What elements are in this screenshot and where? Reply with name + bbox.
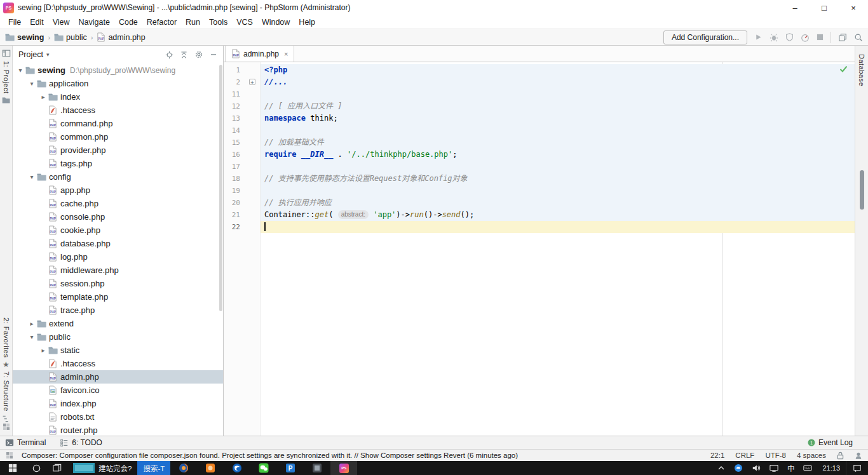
- project-tree-scrollbar[interactable]: [219, 65, 222, 311]
- firefox-button[interactable]: [170, 461, 197, 475]
- tree-row-application[interactable]: ▾application: [13, 77, 223, 90]
- project-panel-title[interactable]: Project: [18, 50, 43, 59]
- tree-row-public[interactable]: ▾public: [13, 330, 223, 344]
- profiler-icon[interactable]: [801, 33, 810, 42]
- structure-icon[interactable]: [2, 415, 10, 423]
- tree-row-.htaccess[interactable]: .htaccess: [13, 104, 223, 117]
- app-dark-button[interactable]: [304, 461, 330, 475]
- maximize-button[interactable]: □: [810, 0, 839, 15]
- app-orange-button[interactable]: [197, 461, 224, 475]
- tree-row-middleware.php[interactable]: PHPmiddleware.php: [13, 264, 223, 277]
- tray-ime[interactable]: 中: [783, 461, 799, 475]
- debug-icon[interactable]: [770, 33, 778, 42]
- code-line-19[interactable]: [261, 185, 855, 197]
- code-line-15[interactable]: // 加载基础文件: [261, 137, 855, 149]
- tree-row-favicon.ico[interactable]: favicon.ico: [13, 384, 223, 397]
- code-line-1[interactable]: <?php: [261, 64, 855, 76]
- menu-view[interactable]: View: [48, 17, 74, 28]
- chevron-down-icon[interactable]: ▾: [17, 67, 24, 74]
- fold-expand-icon[interactable]: +: [249, 79, 255, 85]
- menu-help[interactable]: Help: [294, 17, 320, 28]
- chevron-right-icon[interactable]: ▸: [39, 347, 47, 354]
- caret-position-widget[interactable]: 22:1: [710, 452, 724, 459]
- code-line-22[interactable]: [261, 221, 855, 233]
- tree-row-admin.php[interactable]: PHPadmin.php: [13, 370, 223, 384]
- wechat-button[interactable]: [250, 461, 277, 475]
- code-line-16[interactable]: require __DIR__ . '/../thinkphp/base.php…: [261, 149, 855, 161]
- event-log-button[interactable]: 1Event Log: [808, 438, 853, 447]
- tree-row-index.php[interactable]: PHPindex.php: [13, 397, 223, 410]
- tree-row-session.php[interactable]: PHPsession.php: [13, 277, 223, 290]
- code-line-17[interactable]: [261, 161, 855, 173]
- tree-row-trace.php[interactable]: PHPtrace.php: [13, 304, 223, 317]
- switcher-icon[interactable]: [3, 423, 10, 431]
- tab-admin-php[interactable]: PHP admin.php ×: [225, 46, 294, 62]
- gutter-line-17[interactable]: 17: [224, 161, 261, 173]
- tree-row-index[interactable]: ▸index: [13, 90, 223, 104]
- chevron-right-icon[interactable]: ▸: [28, 320, 36, 327]
- window-button-2[interactable]: 搜索-T: [137, 461, 170, 475]
- menu-navigate[interactable]: Navigate: [74, 17, 114, 28]
- search-icon[interactable]: [854, 33, 863, 42]
- minimize-button[interactable]: –: [780, 0, 810, 15]
- thunderbird-button[interactable]: [224, 461, 250, 475]
- gutter-line-19[interactable]: 19: [224, 185, 261, 197]
- menu-code[interactable]: Code: [114, 17, 142, 28]
- project-tool-icon[interactable]: [2, 49, 11, 58]
- tree-row-log.php[interactable]: PHPlog.php: [13, 250, 223, 264]
- code-line-20[interactable]: // 执行应用并响应: [261, 197, 855, 209]
- tray-volume[interactable]: [747, 461, 765, 475]
- tool-button-project[interactable]: 1: Project: [3, 61, 10, 93]
- tree-row-router.php[interactable]: PHProuter.php: [13, 424, 223, 436]
- menu-refactor[interactable]: Refactor: [142, 17, 181, 28]
- task-view-button[interactable]: [47, 461, 67, 475]
- gutter-line-16[interactable]: 16: [224, 149, 261, 161]
- gutter-line-15[interactable]: 15: [224, 137, 261, 149]
- code-line-12[interactable]: // [ 应用入口文件 ]: [261, 100, 855, 112]
- gutter-line-1[interactable]: 1: [224, 64, 261, 76]
- tree-row-app.php[interactable]: PHPapp.php: [13, 184, 223, 197]
- tree-row-cookie.php[interactable]: PHPcookie.php: [13, 224, 223, 237]
- chevron-down-icon[interactable]: ▾: [28, 173, 36, 180]
- breadcrumb-item-public[interactable]: public: [54, 33, 87, 42]
- tool-button-database[interactable]: Database: [858, 54, 865, 86]
- gutter-line-20[interactable]: 20: [224, 197, 261, 209]
- tool-window-button-terminal[interactable]: Terminal: [5, 438, 46, 447]
- tray-expand[interactable]: [713, 461, 729, 475]
- coverage-icon[interactable]: [785, 33, 794, 41]
- code-line-21[interactable]: Container::get( abstract: 'app')->run()-…: [261, 209, 855, 221]
- menu-run[interactable]: Run: [181, 17, 205, 28]
- tool-window-switcher-icon[interactable]: [6, 452, 13, 459]
- phpstorm-button[interactable]: PS: [330, 461, 357, 475]
- menu-edit[interactable]: Edit: [25, 17, 48, 28]
- tool-button-favorites[interactable]: 2: Favorites: [3, 318, 10, 358]
- search-button[interactable]: [25, 461, 47, 475]
- chevron-right-icon[interactable]: ▸: [39, 93, 47, 100]
- menu-tools[interactable]: Tools: [205, 17, 232, 28]
- menu-vcs[interactable]: VCS: [232, 17, 257, 28]
- locate-icon[interactable]: [165, 51, 173, 59]
- notification-center-button[interactable]: [846, 461, 868, 475]
- hector-icon[interactable]: [855, 452, 862, 460]
- tray-keyboard[interactable]: [799, 461, 817, 475]
- gutter-line-14[interactable]: 14: [224, 124, 261, 137]
- tray-cloud-app[interactable]: [729, 461, 747, 475]
- gutter-line-11[interactable]: 11: [224, 88, 261, 100]
- encoding-widget[interactable]: UTF-8: [765, 452, 786, 459]
- tree-row-command.php[interactable]: PHPcommand.php: [13, 117, 223, 130]
- stop-icon[interactable]: [817, 34, 824, 41]
- hide-icon[interactable]: [210, 51, 217, 58]
- tree-row-template.php[interactable]: PHPtemplate.php: [13, 290, 223, 304]
- tree-row-.htaccess[interactable]: .htaccess: [13, 357, 223, 370]
- menu-file[interactable]: File: [4, 17, 25, 28]
- code-line-13[interactable]: namespace think;: [261, 112, 855, 124]
- chevron-down-icon[interactable]: ▾: [28, 80, 36, 87]
- start-button[interactable]: [0, 461, 25, 475]
- gutter-line-18[interactable]: 18: [224, 173, 261, 185]
- gutter-line-22[interactable]: 22: [224, 221, 261, 233]
- chevron-down-icon[interactable]: ▾: [28, 333, 36, 340]
- close-button[interactable]: ×: [839, 0, 868, 15]
- code-line-18[interactable]: // 支持事先使用静态方法设置Request对象和Config对象: [261, 173, 855, 185]
- close-icon[interactable]: ×: [284, 50, 288, 58]
- indent-widget[interactable]: 4 spaces: [797, 452, 826, 459]
